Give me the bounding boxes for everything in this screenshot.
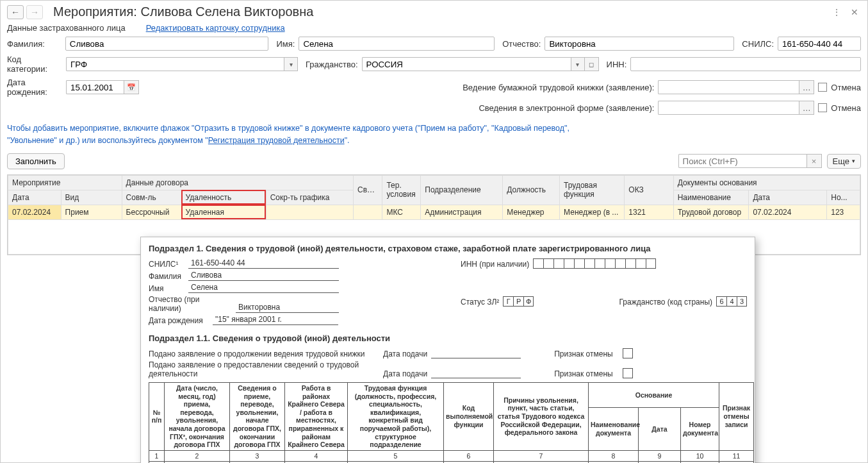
patronymic-input[interactable]: [545, 37, 734, 51]
cancel-checkbox: [623, 368, 633, 378]
paper-app-input[interactable]: …: [658, 80, 814, 94]
surname-label: Фамилия:: [7, 39, 61, 49]
col-dolz: Должность: [503, 175, 560, 205]
paper-app-label: Ведение бумажной трудовой книжки (заявле…: [463, 83, 654, 92]
inn-label: ИНН:: [607, 60, 627, 69]
electronic-app-label: Сведения в электронной форме (заявление)…: [479, 103, 654, 113]
col-sved: Сведения: [353, 175, 382, 205]
citizenship-boxes: 643: [716, 296, 747, 307]
status-boxes: ГРФ: [503, 296, 534, 307]
dropdown-icon[interactable]: ▾: [571, 57, 585, 71]
electronic-cancel-label: Отмена: [831, 103, 861, 113]
dropdown-icon[interactable]: ▾: [284, 57, 298, 71]
col-podr: Подразделение: [421, 175, 503, 205]
name-input[interactable]: [299, 37, 495, 51]
col-udal: Удаленность: [181, 190, 266, 205]
col-sokr: Сокр-ть графика: [266, 190, 353, 205]
patronymic-label: Отчество:: [502, 39, 541, 49]
col-okz: ОКЗ: [625, 175, 673, 205]
electronic-cancel-checkbox[interactable]: [818, 103, 827, 112]
paper-cancel-label: Отмена: [831, 83, 861, 92]
snils-label: СНИЛС:: [742, 39, 774, 49]
col-group-docs: Документы основания: [673, 175, 860, 190]
col-dok-no: Но...: [827, 190, 860, 205]
search-clear-icon[interactable]: ×: [807, 154, 822, 168]
category-combo[interactable]: ▾: [66, 57, 298, 71]
page-title: Мероприятия: Сливова Селена Викторовна: [53, 4, 313, 19]
registration-link[interactable]: Регистрация трудовой деятельности: [208, 136, 345, 145]
col-dok-naim: Наименование: [673, 190, 749, 205]
col-sovm: Совм-ль: [122, 190, 181, 205]
citizenship-combo[interactable]: ▾ ◻: [362, 57, 599, 71]
close-icon[interactable]: ✕: [848, 7, 861, 17]
col-trud: Трудовая функция: [560, 175, 625, 205]
col-group-event: Мероприятие: [8, 175, 122, 190]
dob-label: Дата рождения:: [7, 78, 62, 97]
search-input[interactable]: [678, 154, 807, 168]
snils-input[interactable]: [778, 37, 861, 51]
electronic-app-input[interactable]: …: [658, 101, 814, 115]
col-vid: Вид: [61, 190, 122, 205]
dob-input[interactable]: 📅: [66, 80, 139, 94]
report-subwindow: Подраздел 1. Сведения о трудовой (иной) …: [140, 237, 755, 463]
inn-boxes: [533, 258, 656, 269]
report-title: Подраздел 1. Сведения о трудовой (иной) …: [149, 244, 747, 253]
picker-icon[interactable]: …: [799, 101, 814, 115]
table-row[interactable]: 07.02.2024 Прием Бессрочный Удаленная МК…: [8, 205, 860, 219]
sub11-title: Подраздел 1.1. Сведения о трудовой (иной…: [149, 333, 747, 343]
name-label: Имя:: [276, 39, 295, 49]
insured-section-label: Данные застрахованного лица: [7, 23, 126, 33]
kebab-icon[interactable]: ⋮: [830, 7, 843, 17]
nav-forward-button[interactable]: →: [26, 5, 43, 19]
col-date: Дата: [8, 190, 61, 205]
report-table: № п/п Дата (число, месяц, год) приема, п…: [149, 382, 754, 463]
hint-text: Чтобы добавить мероприятие, включите фла…: [1, 119, 867, 151]
edit-employee-link[interactable]: Редактировать карточку сотрудника: [146, 23, 285, 33]
fill-button[interactable]: Заполнить: [7, 153, 65, 169]
col-group-contract: Данные договора: [122, 175, 353, 190]
inn-input[interactable]: [630, 57, 861, 71]
col-dok-data: Дата: [749, 190, 827, 205]
open-icon[interactable]: ◻: [585, 57, 599, 71]
paper-cancel-checkbox[interactable]: [818, 83, 827, 92]
citizenship-label: Гражданство:: [306, 60, 358, 69]
more-button[interactable]: Еще▾: [827, 154, 861, 169]
category-label: Код категории:: [7, 55, 62, 74]
nav-back-button[interactable]: ←: [7, 5, 24, 19]
calendar-icon[interactable]: 📅: [124, 80, 139, 94]
picker-icon[interactable]: …: [799, 80, 814, 94]
surname-input[interactable]: [65, 37, 269, 51]
col-ter: Тер. условия: [382, 175, 421, 205]
cancel-checkbox: [623, 348, 633, 358]
